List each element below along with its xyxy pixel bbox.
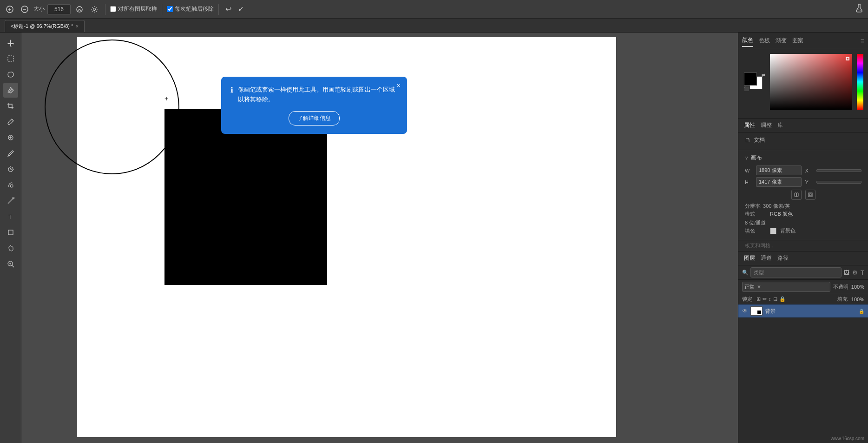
bit-depth-row: 8 位/通道 <box>745 219 861 226</box>
tab-color[interactable]: 颜色 <box>742 34 753 47</box>
undo-icon[interactable]: ↩ <box>224 4 233 14</box>
mode-label: 模式 <box>745 211 768 218</box>
settings-icon[interactable] <box>88 3 100 15</box>
fill-row: 填色 背景色 <box>745 227 861 234</box>
doc-row: 🗋 文档 <box>745 136 861 144</box>
svg-text:T: T <box>8 214 12 220</box>
blend-opacity-row: 正常 ▼ 不透明 100% <box>738 280 868 294</box>
select-tool[interactable] <box>3 51 18 66</box>
mode-row: 模式 RGB 颜色 <box>745 211 861 218</box>
tab-channels[interactable]: 通道 <box>761 254 772 262</box>
svg-rect-28 <box>795 193 796 197</box>
tab-paths[interactable]: 路径 <box>777 254 789 262</box>
canvas-expand-icon[interactable]: ∨ <box>745 155 748 160</box>
canvas-black-rect <box>164 109 327 285</box>
lock-transparent-icon[interactable]: ⊞ <box>756 296 761 302</box>
brush-tool[interactable] <box>3 146 18 161</box>
tooltip-popup: × ℹ 像画笔或套索一样使用此工具。用画笔轻刷或圈出一个区域以将其移除。 了解详… <box>221 77 407 134</box>
tab-swatches[interactable]: 色板 <box>759 35 770 46</box>
mode-value[interactable]: RGB 颜色 <box>770 211 793 218</box>
svg-point-20 <box>10 185 13 187</box>
layer-visibility-icon[interactable]: 👁 <box>742 308 748 314</box>
panel-menu-icon[interactable]: ≡ <box>861 37 864 45</box>
right-panel: 颜色 色板 渐变 图案 ≡ ⇄ ⬛ <box>738 33 868 443</box>
swap-colors-icon[interactable]: ⇄ <box>762 73 765 77</box>
size-input[interactable] <box>47 4 71 14</box>
tool-circle-subtract-icon[interactable] <box>19 3 31 15</box>
top-toolbar: 大小 对所有图层取样 每次笔触后移除 ↩ ✓ <box>0 0 868 19</box>
color-panel-tabs: 颜色 色板 渐变 图案 ≡ <box>738 33 868 49</box>
hand-tool[interactable] <box>3 241 18 256</box>
blend-mode-select[interactable]: 正常 ▼ <box>742 282 830 292</box>
color-spectrum-bar[interactable] <box>857 54 863 110</box>
blur-tool[interactable] <box>3 178 18 192</box>
lock-artboard-icon[interactable]: ⊟ <box>773 296 777 302</box>
opacity-value[interactable]: 100% <box>851 284 864 290</box>
confirm-icon[interactable]: ✓ <box>236 4 246 14</box>
text-tool[interactable]: T <box>3 209 18 224</box>
tab-layers[interactable]: 图层 <box>744 254 755 262</box>
canvas-area[interactable]: + × ℹ 像画笔或套索一样使用此工具。用画笔轻刷或圈出一个区域以将其移除。 了… <box>21 33 738 443</box>
fg-color-swatch[interactable] <box>744 73 757 86</box>
layer-background[interactable]: 👁 背景 🔒 <box>738 304 868 318</box>
color-gradient-box[interactable] <box>770 54 852 110</box>
search-placeholder: 类型 <box>754 269 764 276</box>
shape-tool[interactable] <box>3 225 18 240</box>
svg-rect-31 <box>809 194 811 196</box>
tab-pattern[interactable]: 图案 <box>792 35 803 46</box>
canvas-size-btn[interactable] <box>805 190 815 200</box>
h-value[interactable]: 1417 像素 <box>756 177 802 187</box>
pressure-icon[interactable] <box>73 3 85 15</box>
checkbox-after-stroke[interactable]: 每次笔触后移除 <box>167 5 214 13</box>
layer-icon2[interactable]: ⚙ <box>852 269 858 276</box>
doc-label: 文档 <box>754 136 765 144</box>
pen-tool[interactable] <box>3 193 18 208</box>
main-area: T + <box>0 33 868 443</box>
lock-paint-icon[interactable]: ✏ <box>763 296 767 302</box>
lasso-tool[interactable] <box>3 67 18 82</box>
active-tab[interactable]: <标题-1 @ 66.7%(RGB/8) * × <box>5 20 85 32</box>
tooltip-content: ℹ 像画笔或套索一样使用此工具。用画笔轻刷或圈出一个区域以将其移除。 <box>230 85 398 105</box>
fill-opacity-value[interactable]: 100% <box>851 297 864 302</box>
search-icon: 🔍 <box>742 270 749 276</box>
clone-tool[interactable] <box>3 162 18 177</box>
w-value[interactable]: 1890 像素 <box>756 165 802 175</box>
crop-tool[interactable] <box>3 99 18 113</box>
bg-label: 背景色 <box>780 227 803 234</box>
fill-color-box[interactable] <box>770 228 776 234</box>
layers-tabs: 图层 通道 路径 <box>738 251 868 265</box>
svg-point-6 <box>93 8 96 10</box>
color-gradient-section <box>770 54 863 110</box>
divider3 <box>218 4 219 15</box>
checkbox-all-layers[interactable]: 对所有图层取样 <box>110 5 157 13</box>
tab-gradient[interactable]: 渐变 <box>776 35 787 46</box>
eraser-tool[interactable] <box>3 83 18 98</box>
flask-icon[interactable] <box>854 3 864 15</box>
tab-properties[interactable]: 属性 <box>744 121 755 129</box>
lock-position-icon[interactable]: ↕ <box>769 296 771 302</box>
zoom-tool[interactable] <box>3 257 18 271</box>
layers-search-box[interactable]: 类型 <box>750 267 842 278</box>
tab-library[interactable]: 库 <box>777 121 783 129</box>
heal-tool[interactable] <box>3 130 18 145</box>
layer-icon1[interactable]: 🖼 <box>843 269 849 276</box>
lock-all-icon[interactable]: 🔒 <box>779 296 786 302</box>
learn-more-button[interactable]: 了解详细信息 <box>289 111 340 126</box>
svg-rect-29 <box>796 193 798 197</box>
x-value[interactable] <box>816 169 862 172</box>
tab-adjust[interactable]: 调整 <box>761 121 772 129</box>
canvas-section-header: ∨ 画布 <box>745 154 861 162</box>
layers-search-row: 🔍 类型 🖼 ⚙ T <box>738 265 868 280</box>
reset-colors-icon[interactable]: ⬛ <box>744 86 749 91</box>
divider2 <box>162 4 162 15</box>
tooltip-close-button[interactable]: × <box>397 82 401 89</box>
constrain-proportions-btn[interactable] <box>791 190 802 200</box>
tab-close-icon[interactable]: × <box>76 24 79 29</box>
divider1 <box>105 4 105 15</box>
fill-label-text: 填充 <box>837 296 848 302</box>
move-tool[interactable] <box>3 35 18 50</box>
y-value[interactable] <box>816 181 862 184</box>
layer-icon3[interactable]: T <box>861 269 864 276</box>
tool-circle-add-icon[interactable] <box>4 3 16 15</box>
eyedropper-tool[interactable] <box>3 114 18 129</box>
